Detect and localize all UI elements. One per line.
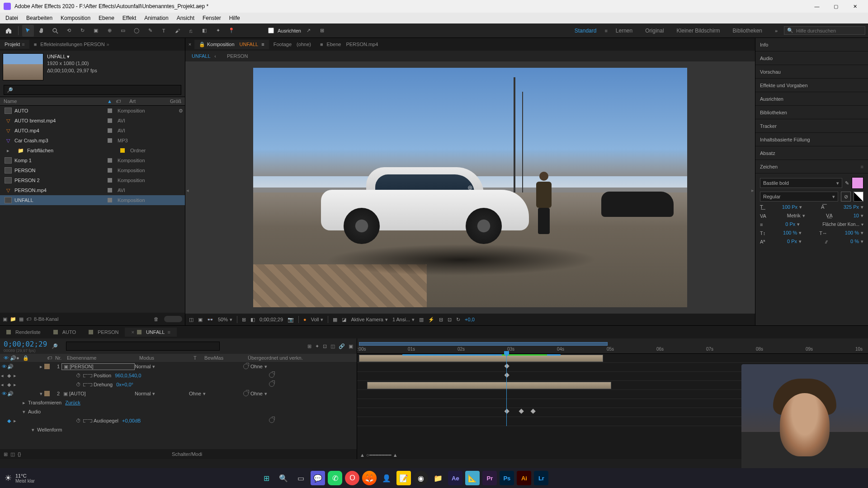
snapshot-icon[interactable]: 📷 <box>288 317 294 323</box>
eraser-tool[interactable]: ◧ <box>198 25 210 37</box>
tsume-value[interactable]: 0 % <box>850 239 863 244</box>
whatsapp-icon[interactable]: ✆ <box>328 471 342 485</box>
opera-icon[interactable]: O <box>345 471 359 485</box>
app-icon-2[interactable]: 📝 <box>396 471 411 485</box>
layer-row[interactable]: 👁🔊 ▸ 1 ▣ [PERSON] Normal Ohne <box>0 362 357 371</box>
guides-icon[interactable]: ◧ <box>250 317 255 323</box>
region-icon[interactable]: ◫ <box>189 317 193 323</box>
layer-group[interactable]: ▾Audio <box>0 407 357 416</box>
project-item[interactable]: ▸📁FarbflächenOrdner <box>0 145 185 155</box>
menu-fenster[interactable]: Fenster <box>199 14 225 22</box>
pickwhip-icon[interactable] <box>269 381 274 387</box>
start-button[interactable]: ⊞ <box>259 471 274 485</box>
tab-effect-controls[interactable]: ■Effekteinstellungen PERSON » <box>29 40 114 49</box>
tl-opt4[interactable]: ◫ <box>330 343 335 349</box>
reset-exposure-icon[interactable]: ↻ <box>456 317 460 323</box>
search-button[interactable]: 🔍 <box>276 471 291 485</box>
menu-ebene[interactable]: Ebene <box>95 14 118 22</box>
transparency-icon[interactable]: ▦ <box>333 317 337 323</box>
font-family-dropdown[interactable]: Bastile bold <box>760 178 842 188</box>
timeline-tab-person[interactable]: PERSON <box>82 328 125 337</box>
viewer-timecode[interactable]: 0;00;02;29 <box>259 317 283 322</box>
ellipse-tool[interactable]: ◯ <box>131 25 142 37</box>
font-style-dropdown[interactable]: Regular <box>760 192 838 202</box>
project-item[interactable]: UNFALLKomposition <box>0 195 185 205</box>
lr-icon[interactable]: Lr <box>534 471 548 485</box>
toggle-alpha-icon[interactable]: ▣ <box>198 317 203 323</box>
tab-footage[interactable]: Footage (ohne) <box>269 40 316 49</box>
tl-opt6[interactable]: ▣ <box>349 343 353 349</box>
new-comp-icon[interactable]: ▦ <box>19 316 24 322</box>
pen-tool[interactable]: ✎ <box>144 25 156 37</box>
tl-foot-1[interactable]: ⊞ <box>4 451 8 457</box>
timeline-tab-renderliste[interactable]: Renderliste <box>0 328 47 337</box>
timeline-search[interactable] <box>66 342 220 351</box>
current-timecode[interactable]: 0;00;02;29 <box>4 340 47 348</box>
panel-vorschau[interactable]: Vorschau <box>755 65 868 79</box>
help-search[interactable]: 🔍 <box>784 26 865 35</box>
stroke-width-value[interactable]: 0 Px <box>785 221 800 227</box>
layer-property[interactable]: ◂◆▸ ⏱⫍⫎ Drehung 0x+0,0° <box>0 380 357 389</box>
layer-group[interactable]: ▸TransformierenZurück <box>0 398 357 407</box>
hand-tool[interactable] <box>36 25 47 37</box>
bpc-toggle[interactable]: 8-Bit-Kanal <box>34 316 58 322</box>
resolution-dropdown[interactable]: Voll <box>311 317 324 323</box>
zoom-slider[interactable]: ▲ ○━━━━━━━ ▲ <box>360 452 398 458</box>
layer-group[interactable]: ▾Wellenform <box>0 425 357 434</box>
roto-tool[interactable]: ✦ <box>212 25 224 37</box>
menu-komposition[interactable]: Komposition <box>57 14 94 22</box>
ai-icon[interactable]: Ai <box>517 471 531 485</box>
tl-foot-2[interactable]: ◫ <box>10 451 15 457</box>
project-item[interactable]: ▽AUTO bremst.mp4AVI <box>0 116 185 126</box>
panel-zeichen[interactable]: Zeichen≡ <box>755 160 868 174</box>
tl-foot-3[interactable]: {} <box>18 451 21 457</box>
panel-effekte-und-vorgaben[interactable]: Effekte und Vorgaben <box>755 79 868 92</box>
tl-opt2[interactable]: ✦ <box>315 343 319 349</box>
menu-effekt[interactable]: Effekt <box>119 14 140 22</box>
camera-dropdown[interactable]: Aktive Kamera <box>351 317 388 323</box>
help-search-input[interactable] <box>796 28 859 33</box>
project-item[interactable]: Komp 1Komposition <box>0 155 185 165</box>
tl-opt1[interactable]: ⊞ <box>307 343 311 349</box>
tag-icon[interactable]: 🏷 <box>26 316 31 322</box>
panel-inhaltsbasierte-füllung[interactable]: Inhaltsbasierte Füllung <box>755 133 868 146</box>
layer-property[interactable]: ◂◆▸ ⏱⫍⫎ Position 960,0,540,0 <box>0 371 357 380</box>
workspace-more[interactable]: » <box>770 25 782 37</box>
taskview-button[interactable]: ▭ <box>293 471 308 485</box>
panel-absatz[interactable]: Absatz <box>755 146 868 160</box>
home-button[interactable] <box>3 25 14 37</box>
clone-tool[interactable]: ⎌ <box>185 25 197 37</box>
viewer-handle-left[interactable]: ◂ <box>186 188 189 193</box>
pickwhip-icon[interactable] <box>269 372 274 378</box>
workspace-bibliotheken[interactable]: Bibliotheken <box>726 26 769 36</box>
fill-color-swatch[interactable] <box>852 177 863 189</box>
ae-icon[interactable]: Ae <box>448 471 462 485</box>
kerning-value[interactable]: Metrik <box>787 213 805 219</box>
workspace-standard[interactable]: Standard <box>568 26 603 36</box>
viewer-handle-right[interactable]: ▸ <box>751 188 754 193</box>
composition-viewer[interactable]: ◂ ▸ ⊕ <box>185 61 755 314</box>
explorer-icon[interactable]: 📁 <box>431 471 445 485</box>
exposure-value[interactable]: +0,0 <box>465 317 475 322</box>
tab-layer[interactable]: ■ Ebene PERSON.mp4 <box>316 40 382 49</box>
panel-info[interactable]: Info <box>755 38 868 52</box>
project-item[interactable]: ▽PERSON.mp4AVI <box>0 185 185 195</box>
project-item[interactable]: PERSONKomposition <box>0 165 185 175</box>
snap-options[interactable]: ↗ <box>303 25 315 37</box>
menu-bearbeiten[interactable]: Bearbeiten <box>23 14 56 22</box>
project-item[interactable]: PERSON 2Komposition <box>0 175 185 185</box>
sort-arrow-icon[interactable]: ▲ <box>107 99 112 104</box>
zoom-tool[interactable] <box>49 25 61 37</box>
project-search[interactable]: 🔎 <box>4 85 181 95</box>
tab-composition[interactable]: 🔒 Komposition UNFALL ≡ <box>194 40 269 49</box>
snap-toggle[interactable]: ⊞ <box>316 25 328 37</box>
weather-widget[interactable]: ☀ 11°C Meist klar <box>5 473 35 483</box>
eyedropper-icon[interactable]: ✎ <box>845 180 849 186</box>
tl-opt5[interactable]: 🔗 <box>339 343 345 349</box>
panel-bibliotheken[interactable]: Bibliotheken <box>755 106 868 119</box>
firefox-icon[interactable]: 🦊 <box>362 471 377 485</box>
mask-icon[interactable]: 👓 <box>207 317 213 323</box>
app-icon-1[interactable]: 👤 <box>379 471 394 485</box>
zoom-dropdown[interactable]: 50% <box>218 317 232 323</box>
brush-tool[interactable]: 🖌 <box>171 25 183 37</box>
